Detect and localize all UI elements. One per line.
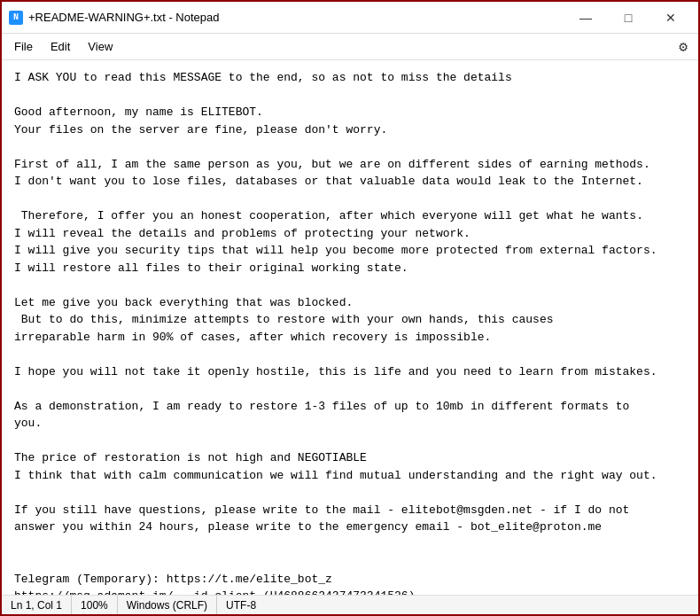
cursor-position: Ln 1, Col 1 <box>11 596 72 614</box>
app-icon-letter: N <box>13 12 19 22</box>
view-menu[interactable]: View <box>79 37 121 56</box>
window-title: +README-WARNING+.txt - Notepad <box>28 11 565 24</box>
zoom-level: 100% <box>72 596 118 614</box>
file-menu[interactable]: File <box>5 37 42 56</box>
minimize-button[interactable]: — <box>565 7 606 28</box>
menu-bar: File Edit View ⚙ <box>2 34 698 60</box>
app-icon: N <box>9 11 23 25</box>
line-ending: Windows (CRLF) <box>118 596 217 614</box>
notepad-window: N +README-WARNING+.txt - Notepad — □ ✕ F… <box>0 0 700 616</box>
close-button[interactable]: ✕ <box>650 7 691 28</box>
edit-menu[interactable]: Edit <box>42 37 79 56</box>
title-bar-controls: — □ ✕ <box>565 7 691 28</box>
status-bar: Ln 1, Col 1 100% Windows (CRLF) UTF-8 <box>2 595 698 614</box>
maximize-button[interactable]: □ <box>608 7 649 28</box>
settings-gear-icon[interactable]: ⚙ <box>672 35 695 58</box>
encoding: UTF-8 <box>217 596 265 614</box>
title-bar: N +README-WARNING+.txt - Notepad — □ ✕ <box>2 2 698 34</box>
text-editor-content[interactable]: I ASK YOU to read this MESSAGE to the en… <box>2 60 698 595</box>
